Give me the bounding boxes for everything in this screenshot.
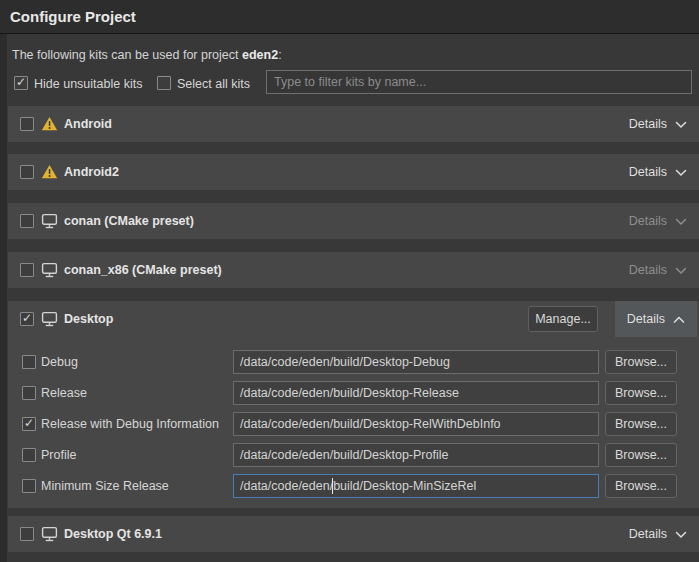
checkmark-icon bbox=[21, 263, 33, 275]
chevron-down-icon bbox=[675, 267, 687, 275]
browse-button[interactable]: Browse... bbox=[605, 350, 677, 374]
checkmark-icon bbox=[23, 479, 35, 491]
config-label: Release with Debug Information bbox=[41, 417, 219, 431]
kit-checkbox[interactable] bbox=[20, 214, 34, 228]
intro-text: The following kits can be used for proje… bbox=[12, 48, 282, 62]
config-checkbox[interactable] bbox=[22, 355, 36, 369]
kit-row-desktop: ✓ Desktop Manage... Details Debug Browse… bbox=[8, 301, 699, 508]
kit-filter-input[interactable] bbox=[266, 70, 692, 94]
build-config-row-minsizerel: Minimum Size Release Browse... bbox=[8, 474, 699, 498]
kit-checkbox[interactable] bbox=[20, 527, 34, 541]
kit-name: Android2 bbox=[64, 165, 119, 179]
chevron-down-icon bbox=[675, 531, 687, 539]
desktop-icon bbox=[41, 311, 58, 327]
intro-suffix: : bbox=[278, 48, 281, 62]
build-config-row-profile: Profile Browse... bbox=[8, 443, 699, 467]
intro-prefix: The following kits can be used for proje… bbox=[12, 48, 242, 62]
checkmark-icon bbox=[21, 117, 33, 129]
page-title: Configure Project bbox=[10, 8, 136, 25]
text-caret bbox=[332, 478, 333, 494]
details-button[interactable]: Details bbox=[609, 154, 699, 190]
browse-button[interactable]: Browse... bbox=[605, 443, 677, 467]
build-path-input[interactable] bbox=[233, 474, 599, 498]
chevron-down-icon bbox=[675, 121, 687, 129]
details-button: Details bbox=[609, 203, 699, 239]
warning-icon bbox=[41, 164, 58, 180]
checkmark-icon: ✓ bbox=[15, 76, 27, 88]
select-all-checkbox[interactable] bbox=[157, 76, 171, 90]
checkmark-icon: ✓ bbox=[21, 312, 33, 324]
manage-kits-button[interactable]: Manage... bbox=[528, 306, 598, 332]
build-config-row-release: Release Browse... bbox=[8, 381, 699, 405]
config-checkbox[interactable] bbox=[22, 386, 36, 400]
details-button[interactable]: Details bbox=[615, 301, 697, 337]
browse-button[interactable]: Browse... bbox=[605, 381, 677, 405]
kit-name: Desktop bbox=[64, 312, 113, 326]
chevron-up-icon bbox=[673, 316, 685, 324]
kit-checkbox[interactable] bbox=[20, 263, 34, 277]
warning-icon bbox=[41, 116, 58, 132]
details-button[interactable]: Details bbox=[609, 516, 699, 552]
kit-row-desktop-qt: Desktop Qt 6.9.1 Details bbox=[8, 516, 699, 552]
checkmark-icon bbox=[158, 76, 170, 88]
desktop-icon bbox=[41, 526, 58, 542]
chevron-down-icon bbox=[675, 169, 687, 177]
config-checkbox[interactable] bbox=[22, 479, 36, 493]
checkmark-icon bbox=[21, 527, 33, 539]
build-path-input[interactable] bbox=[233, 412, 599, 436]
checkmark-icon: ✓ bbox=[23, 417, 35, 429]
config-label: Profile bbox=[41, 448, 76, 462]
kit-name: conan_x86 (CMake preset) bbox=[64, 263, 222, 277]
details-button: Details bbox=[609, 252, 699, 288]
build-path-input[interactable] bbox=[233, 350, 599, 374]
project-name: eden2 bbox=[242, 48, 278, 62]
config-label: Release bbox=[41, 386, 87, 400]
kit-checkbox[interactable]: ✓ bbox=[20, 312, 34, 326]
kit-row-android: Android Details bbox=[8, 106, 699, 142]
hide-unsuitable-checkbox[interactable]: ✓ bbox=[14, 76, 28, 90]
kit-row-conan: conan (CMake preset) Details bbox=[8, 203, 699, 239]
checkmark-icon bbox=[23, 386, 35, 398]
kit-checkbox[interactable] bbox=[20, 117, 34, 131]
desktop-icon bbox=[41, 213, 58, 229]
kit-name: Desktop Qt 6.9.1 bbox=[64, 527, 162, 541]
select-all-label[interactable]: Select all kits bbox=[177, 77, 250, 91]
browse-button[interactable]: Browse... bbox=[605, 412, 677, 436]
kit-row-android2: Android2 Details bbox=[8, 154, 699, 190]
build-path-input[interactable] bbox=[233, 381, 599, 405]
window-left-edge bbox=[0, 0, 7, 562]
chevron-down-icon bbox=[675, 218, 687, 226]
hide-unsuitable-label[interactable]: Hide unsuitable kits bbox=[34, 77, 142, 91]
details-button[interactable]: Details bbox=[609, 106, 699, 142]
browse-button[interactable]: Browse... bbox=[605, 474, 677, 498]
checkmark-icon bbox=[23, 355, 35, 367]
build-config-row-debug: Debug Browse... bbox=[8, 350, 699, 374]
kit-name: conan (CMake preset) bbox=[64, 214, 194, 228]
config-checkbox[interactable] bbox=[22, 448, 36, 462]
kit-name: Android bbox=[64, 117, 112, 131]
desktop-icon bbox=[41, 262, 58, 278]
kit-row-conan-x86: conan_x86 (CMake preset) Details bbox=[8, 252, 699, 288]
checkmark-icon bbox=[21, 165, 33, 177]
checkmark-icon bbox=[21, 214, 33, 226]
build-config-row-relwithdebinfo: ✓ Release with Debug Information Browse.… bbox=[8, 412, 699, 436]
config-label: Minimum Size Release bbox=[41, 479, 169, 493]
kit-checkbox[interactable] bbox=[20, 165, 34, 179]
build-path-input[interactable] bbox=[233, 443, 599, 467]
config-label: Debug bbox=[41, 355, 78, 369]
checkmark-icon bbox=[23, 448, 35, 460]
config-checkbox[interactable]: ✓ bbox=[22, 417, 36, 431]
